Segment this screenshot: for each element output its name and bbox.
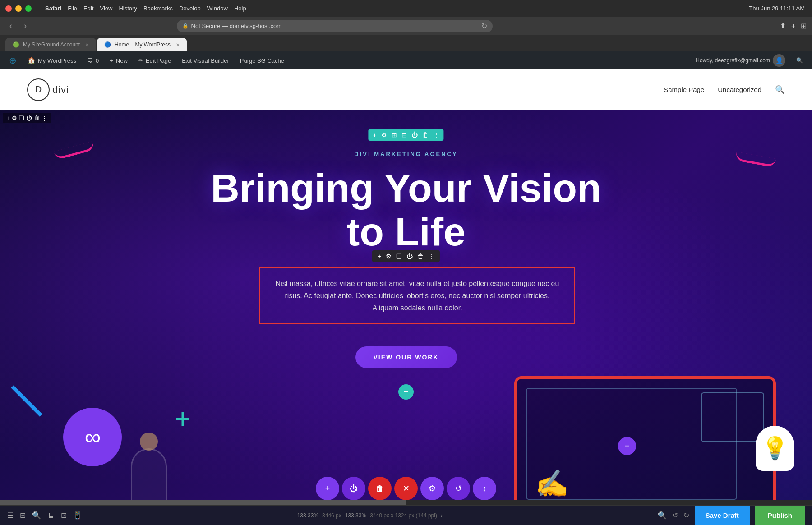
tf-power-icon[interactable]: ⏻ (406, 253, 413, 260)
back-button[interactable]: ‹ (5, 21, 16, 31)
builder-desktop-icon[interactable]: 🖥 (47, 511, 55, 520)
builder-search-icon[interactable]: 🔍 (32, 511, 41, 520)
wp-admin-bar: ⊕ 🏠 My WordPress 🗨 0 + New ✏ Edit Page E… (0, 51, 812, 69)
menu-history[interactable]: History (119, 5, 137, 12)
browser-action-new-tab[interactable]: + (791, 22, 795, 30)
row-toolbar: + ⚙ ⊞ ⊟ ⏻ 🗑 ⋮ (368, 129, 443, 141)
minimize-button[interactable] (15, 5, 22, 12)
site-search-icon[interactable]: 🔍 (775, 85, 785, 95)
mab-power-button[interactable]: ⏻ (342, 477, 365, 500)
row-settings-icon[interactable]: ⚙ (381, 131, 387, 138)
section-more-icon[interactable]: ⋮ (42, 115, 47, 121)
menu-develop[interactable]: Develop (179, 5, 201, 12)
section-duplicate-icon[interactable]: ❏ (19, 115, 24, 121)
wp-comments-item[interactable]: 🗨 0 (82, 51, 104, 69)
refresh-icon[interactable]: ↻ (481, 22, 487, 30)
browser-action-share[interactable]: ⬆ (780, 22, 786, 30)
builder-layers-icon[interactable]: ⊞ (20, 511, 26, 520)
builder-undo-icon[interactable]: ↺ (672, 511, 678, 520)
builder-menu-icon[interactable]: ☰ (7, 511, 14, 520)
deco-speech-bubble: ∞ (63, 408, 122, 466)
menu-safari[interactable]: Safari (45, 5, 61, 12)
url-text: Not Secure — donjetv.sg-host.com (191, 23, 282, 29)
tab-siteground-close[interactable]: ✕ (85, 42, 89, 47)
nav-sample-page[interactable]: Sample Page (664, 86, 704, 93)
row-columns-icon[interactable]: ⊞ (392, 131, 397, 138)
wp-logo-item[interactable]: ⊕ (4, 51, 22, 69)
tf-add-icon[interactable]: + (378, 253, 381, 260)
tab-siteground[interactable]: 🟢 My SiteGround Account ✕ (5, 38, 96, 51)
menu-help[interactable]: Help (234, 5, 246, 12)
browser-tabs: 🟢 My SiteGround Account ✕ 🔵 Home – My Wo… (0, 35, 812, 51)
siteground-favicon: 🟢 (13, 41, 19, 48)
wp-purge-cache-item[interactable]: Purge SG Cache (235, 51, 290, 69)
text-module-container[interactable]: + ⚙ ❏ ⏻ 🗑 ⋮ Nisl massa, ultrices vitae o… (259, 267, 553, 338)
tab-wordpress[interactable]: 🔵 Home – My WordPress ✕ (97, 38, 187, 51)
wp-new-icon: + (110, 57, 113, 64)
deco-add-circle[interactable]: + (618, 437, 636, 455)
close-button[interactable] (5, 5, 12, 12)
hero-title[interactable]: Bringing Your Vision to Life (0, 166, 812, 254)
section-power-icon[interactable]: ⏻ (26, 115, 32, 121)
wp-comments-icon: 🗨 (87, 57, 93, 64)
text-module-selected[interactable]: Nisl massa, ultrices vitae ornare sit am… (259, 267, 575, 324)
row-save-icon[interactable]: ⊟ (401, 131, 407, 138)
dimensions-arrow[interactable]: › (441, 512, 443, 519)
wp-exit-vb-item[interactable]: Exit Visual Builder (176, 51, 235, 69)
row-delete-icon[interactable]: 🗑 (422, 131, 429, 138)
builder-mobile-icon[interactable]: 📱 (73, 511, 82, 520)
browser-action-tabs[interactable]: ⊞ (801, 22, 807, 30)
row-add-icon[interactable]: + (373, 131, 376, 138)
mab-move-button[interactable]: ↕ (473, 477, 496, 500)
mab-history-button[interactable]: ↺ (447, 477, 470, 500)
menu-bookmarks[interactable]: Bookmarks (143, 5, 173, 12)
row-power-icon[interactable]: ⏻ (411, 131, 418, 138)
tab-wordpress-label: Home – My WordPress (115, 41, 171, 48)
wp-editpage-item[interactable]: ✏ Edit Page (133, 51, 176, 69)
tf-more-icon[interactable]: ⋮ (428, 253, 434, 260)
tf-copy-icon[interactable]: ❏ (396, 253, 402, 260)
mab-delete-button[interactable]: 🗑 (368, 477, 392, 500)
builder-redo-icon[interactable]: ↻ (683, 511, 689, 520)
menu-view[interactable]: View (100, 5, 113, 12)
maximize-button[interactable] (25, 5, 32, 12)
wp-avatar-icon: 👤 (773, 54, 785, 67)
add-module-button[interactable]: + (398, 384, 414, 400)
divi-logo[interactable]: D divi (27, 78, 69, 101)
menu-file[interactable]: File (68, 5, 77, 12)
forward-button[interactable]: › (20, 21, 31, 31)
wp-howdy-item[interactable]: Howdy, deezgrafix@gmail.com 👤 (690, 51, 791, 69)
tab-siteground-label: My SiteGround Account (23, 41, 80, 48)
mab-close-button[interactable]: ✕ (394, 477, 418, 500)
section-add-icon[interactable]: + (6, 115, 10, 121)
builder-tablet-icon[interactable]: ⊡ (61, 511, 67, 520)
menu-window[interactable]: Window (207, 5, 228, 12)
tab-wordpress-close[interactable]: ✕ (176, 42, 180, 47)
section-delete-icon[interactable]: 🗑 (34, 115, 40, 121)
mab-add-button[interactable]: + (316, 477, 339, 500)
mab-settings-button[interactable]: ⚙ (420, 477, 444, 500)
wp-site-icon: 🏠 (28, 57, 35, 64)
menu-edit[interactable]: Edit (83, 5, 93, 12)
publish-button[interactable]: Publish (755, 506, 805, 525)
wp-search-item[interactable]: 🔍 (791, 51, 808, 69)
scrollbar-thumb[interactable] (0, 500, 406, 505)
builder-zoom-in-icon[interactable]: 🔍 (658, 511, 667, 520)
row-more-icon[interactable]: ⋮ (433, 131, 439, 138)
wp-mywordpress-item[interactable]: 🏠 My WordPress (22, 51, 82, 69)
address-bar[interactable]: 🔒 Not Secure — donjetv.sg-host.com ↻ (177, 20, 493, 32)
nav-uncategorized[interactable]: Uncategorized (718, 86, 761, 93)
wp-comments-count: 0 (96, 57, 99, 64)
hero-section[interactable]: + ⚙ ❏ ⏻ 🗑 ⋮ + ⚙ ⊞ ⊟ ⏻ 🗑 ⋮ DIVI MARKETING… (0, 110, 812, 525)
wp-logo-icon: ⊕ (9, 55, 17, 66)
module-action-bar: + ⏻ 🗑 ✕ ⚙ ↺ ↕ (314, 477, 498, 500)
save-draft-button[interactable]: Save Draft (695, 506, 750, 525)
section-settings-icon[interactable]: ⚙ (12, 115, 17, 121)
wp-new-item[interactable]: + New (104, 51, 133, 69)
wp-howdy-label: Howdy, deezgrafix@gmail.com (696, 57, 770, 64)
cta-button[interactable]: VIEW OUR WORK (355, 346, 457, 368)
deco-person-head-1 (140, 433, 158, 451)
horizontal-scrollbar[interactable] (0, 500, 812, 505)
tf-settings-icon[interactable]: ⚙ (386, 253, 392, 260)
tf-delete-icon[interactable]: 🗑 (417, 253, 424, 260)
